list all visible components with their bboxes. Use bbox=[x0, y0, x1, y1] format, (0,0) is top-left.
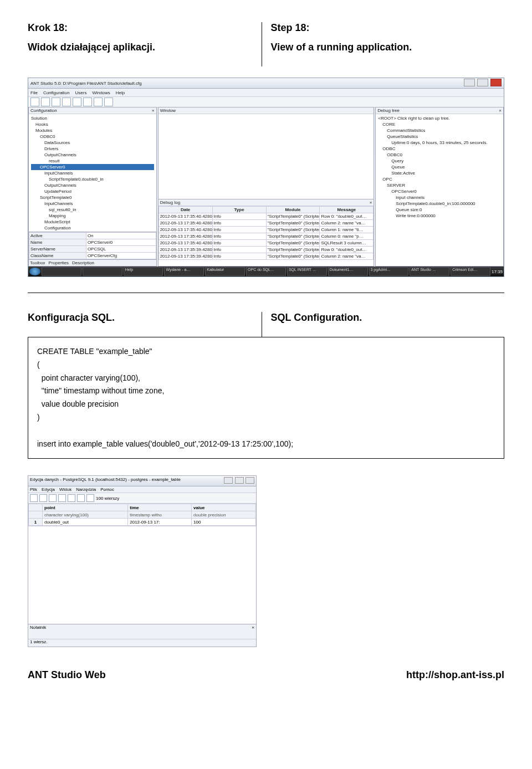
toolbar-button[interactable] bbox=[30, 494, 38, 502]
debug-tree[interactable]: <ROOT> Click right to clean up tree.CORE… bbox=[376, 114, 503, 220]
taskbar-item[interactable] bbox=[83, 267, 122, 276]
tree-item[interactable]: ScriptTemplate0.double0_in bbox=[31, 176, 154, 182]
tree-item[interactable]: result bbox=[31, 158, 154, 164]
tree-item[interactable]: <ROOT> Click right to clean up tree. bbox=[378, 115, 501, 121]
log-cell: "ScriptTemplate0" (ScriptedModule) bbox=[266, 233, 320, 240]
tree-item[interactable]: OutputChannels bbox=[31, 182, 154, 188]
tree-item[interactable]: Uptime:0 days, 0 hours, 33 minutes, 25 s… bbox=[378, 140, 501, 146]
taskbar-item[interactable]: Kalkulator bbox=[205, 267, 245, 276]
toolbar-button[interactable] bbox=[77, 494, 85, 502]
tree-item[interactable]: OPCServer0 bbox=[31, 164, 154, 170]
taskbar-item[interactable]: Help bbox=[124, 267, 163, 276]
tab[interactable]: Description bbox=[72, 260, 94, 265]
tree-item[interactable]: OutputChannels bbox=[31, 152, 154, 158]
toolbar-button[interactable] bbox=[86, 494, 94, 502]
taskbar-item[interactable]: ANT Studio … bbox=[410, 267, 449, 276]
start-button[interactable] bbox=[29, 268, 40, 275]
close-icon[interactable] bbox=[490, 79, 502, 86]
taskbar-item[interactable]: Dokument1… bbox=[328, 267, 368, 276]
tree-item[interactable]: CommandStatistics bbox=[378, 127, 501, 134]
toolbar-button[interactable] bbox=[83, 98, 92, 106]
tab[interactable]: Properties bbox=[49, 260, 69, 265]
tree-item[interactable]: ODBC0 bbox=[31, 134, 154, 140]
menu-item[interactable]: Edycja bbox=[42, 487, 55, 492]
tree-item[interactable]: OPCServer0 bbox=[378, 188, 501, 194]
tree-item[interactable]: Configuration bbox=[31, 225, 154, 231]
pane-close-icon[interactable]: × bbox=[152, 108, 155, 113]
tree-item[interactable]: Queue bbox=[378, 164, 501, 170]
tree-item[interactable]: input channels bbox=[378, 194, 501, 201]
grid-cell[interactable]: double0_out bbox=[43, 519, 128, 526]
tree-item[interactable]: Hooks bbox=[31, 121, 154, 127]
menu-item[interactable]: Narzędzia bbox=[76, 487, 96, 492]
toolbar-button[interactable] bbox=[58, 494, 66, 502]
footer-right: http://shop.ant-iss.pl bbox=[406, 669, 504, 681]
tree-item[interactable]: UpdatePeriod bbox=[31, 188, 154, 194]
tree-item[interactable]: Write time:0.000000 bbox=[378, 213, 501, 219]
toolbar-button[interactable] bbox=[52, 98, 60, 106]
tree-item[interactable]: Modules bbox=[31, 127, 154, 134]
solution-tree[interactable]: SolutionHooksModulesODBC0DataSourcesDriv… bbox=[29, 114, 156, 232]
toolbar-button[interactable] bbox=[73, 98, 81, 106]
toolbar-button[interactable] bbox=[41, 98, 50, 106]
tree-item[interactable]: ODBC bbox=[378, 146, 501, 152]
tab[interactable]: Toolbox bbox=[30, 260, 45, 265]
menu-item[interactable]: Widok bbox=[59, 487, 71, 492]
pane-close-icon[interactable]: × bbox=[499, 108, 502, 113]
pg-data-grid[interactable]: pointtimevaluecharacter varying(100)time… bbox=[28, 504, 256, 526]
prop-cell: OPCServerCfg bbox=[86, 253, 156, 259]
taskbar-item[interactable]: SQL INSERT … bbox=[287, 267, 327, 276]
menu-item[interactable]: Pomoc bbox=[100, 487, 114, 492]
tree-item[interactable]: Solution bbox=[31, 115, 154, 121]
toolbar-button[interactable] bbox=[39, 494, 47, 502]
pg-notepad-label: Notatnik bbox=[30, 625, 46, 630]
tree-item[interactable]: Drivers bbox=[31, 146, 154, 152]
properties-tabs[interactable]: ToolboxPropertiesDescription bbox=[29, 259, 156, 266]
tree-item[interactable]: Mapping bbox=[31, 213, 154, 219]
tree-item[interactable]: ScriptTemplate0.double0_in:100.000000 bbox=[378, 201, 501, 207]
minimize-icon[interactable] bbox=[224, 477, 233, 484]
tree-item[interactable]: InputChannels bbox=[31, 201, 154, 207]
menu-item[interactable]: Configuration bbox=[43, 90, 70, 95]
tree-item[interactable]: InputChannels bbox=[31, 170, 154, 176]
toolbar-button[interactable] bbox=[30, 98, 39, 106]
toolbar-button[interactable] bbox=[62, 98, 71, 106]
pane-close-icon[interactable]: × bbox=[252, 625, 254, 630]
taskbar-item[interactable]: Wysłane - a… bbox=[164, 267, 204, 276]
tree-item[interactable]: OPC bbox=[378, 176, 501, 182]
close-icon[interactable] bbox=[245, 477, 254, 484]
menu-item[interactable]: Users bbox=[75, 90, 86, 95]
toolbar-button[interactable] bbox=[94, 98, 103, 106]
log-header: Message bbox=[320, 207, 374, 213]
tree-item[interactable]: CORE bbox=[378, 121, 501, 127]
minimize-icon[interactable] bbox=[464, 79, 475, 86]
menu-item[interactable]: Windows bbox=[92, 90, 110, 95]
tree-item[interactable]: QueueStatistics bbox=[378, 134, 501, 140]
grid-cell[interactable]: 2012-09-13 17: bbox=[128, 519, 192, 526]
tree-item[interactable]: SERVER bbox=[378, 182, 501, 188]
maximize-icon[interactable] bbox=[477, 79, 488, 86]
taskbar-item[interactable]: OPC do SQL… bbox=[246, 267, 286, 276]
menu-item[interactable]: Help bbox=[116, 90, 125, 95]
taskbar-item[interactable]: Crimson Edi… bbox=[451, 267, 490, 276]
menu-item[interactable]: File bbox=[30, 90, 38, 95]
tree-item[interactable]: ScriptTemplate0 bbox=[31, 194, 154, 201]
tree-item[interactable]: Query bbox=[378, 158, 501, 164]
maximize-icon[interactable] bbox=[235, 477, 244, 484]
toolbar-button[interactable] bbox=[49, 494, 57, 502]
menu-item[interactable]: Plik bbox=[30, 487, 37, 492]
taskbar-item[interactable] bbox=[42, 267, 81, 276]
toolbar-button[interactable] bbox=[68, 494, 75, 502]
toolbar-button[interactable] bbox=[104, 98, 113, 106]
tree-item[interactable]: DataSources bbox=[31, 140, 154, 146]
pane-close-icon[interactable]: × bbox=[370, 200, 372, 205]
tree-item[interactable]: Queue size:0 bbox=[378, 207, 501, 213]
tree-item[interactable]: State:Active bbox=[378, 170, 501, 176]
prop-cell: On bbox=[86, 233, 156, 239]
grid-cell[interactable]: 100 bbox=[192, 519, 256, 526]
grid-cell[interactable]: 1 bbox=[29, 519, 43, 526]
tree-item[interactable]: ODBC0 bbox=[378, 152, 501, 158]
tree-item[interactable]: sql_result0_in bbox=[31, 207, 154, 213]
taskbar-item[interactable]: 3 pgAdmi… bbox=[369, 267, 409, 276]
tree-item[interactable]: ModuleScript bbox=[31, 219, 154, 225]
